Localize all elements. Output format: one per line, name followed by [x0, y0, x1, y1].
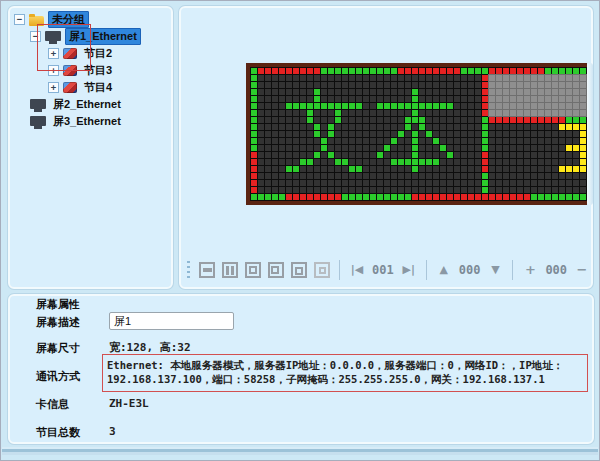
screen-size-label: 屏幕尺寸 [36, 341, 80, 355]
tree-item[interactable]: 屏3_Ethernet [10, 113, 171, 130]
program-icon [63, 82, 77, 93]
monitor-icon [30, 116, 46, 126]
layout-rows-button[interactable] [197, 260, 217, 280]
expand-icon[interactable]: + [48, 48, 59, 59]
folder-icon [29, 16, 44, 26]
preview-vertical-scrollbar[interactable] [587, 63, 593, 205]
layout-columns-button[interactable] [220, 260, 240, 280]
led-display-frame [246, 63, 587, 205]
move-up-button[interactable]: ▲ [434, 260, 454, 280]
tree-item[interactable]: −未分组 [10, 11, 171, 28]
layout-inner-bottom-button[interactable] [289, 260, 309, 280]
expand-icon[interactable]: + [48, 65, 59, 76]
tree-item[interactable]: +节目3 [10, 62, 171, 79]
card-info-label: 卡信息 [36, 397, 69, 411]
layout-inner-bottom-right-button[interactable] [312, 260, 332, 280]
layout-columns-icon [222, 262, 238, 278]
move-counter: 000 [545, 260, 567, 280]
expand-icon[interactable]: + [48, 82, 59, 93]
status-bar [2, 447, 598, 455]
program-icon [63, 48, 77, 59]
layout-inner-bottom-right-icon [314, 262, 330, 278]
toolbar-separator [339, 260, 340, 280]
monitor-icon [45, 31, 61, 41]
move-down-button[interactable]: ▼ [485, 260, 505, 280]
layout-inner-bottom-icon [291, 262, 307, 278]
program-count-label: 节目总数 [36, 425, 80, 439]
layout-rows-icon [199, 262, 215, 278]
preview-toolbar: |◀ 001 ▶| ▲ 000 ▼ + 000 − ⊕ 5 ⊖ [187, 257, 600, 283]
last-program-button[interactable]: ▶| [399, 260, 419, 280]
tree-item-label[interactable]: 节目2 [81, 46, 115, 61]
program-counter: 001 [372, 260, 394, 280]
comm-method-value: Ethernet: 本地服务器模式，服务器IP地址：0.0.0.0，服务器端口：… [107, 358, 583, 386]
layout-inner-center-button[interactable] [243, 260, 263, 280]
tree-item-label[interactable]: 节目3 [81, 63, 115, 78]
program-count-value: 3 [109, 425, 116, 439]
layout-inner-left-button[interactable] [266, 260, 286, 280]
tree-item[interactable]: +节目2 [10, 45, 171, 62]
layout-inner-center-icon [245, 262, 261, 278]
tree-item[interactable]: 屏2_Ethernet [10, 96, 171, 113]
collapse-icon[interactable]: − [30, 31, 41, 42]
screen-properties-panel: 屏幕属性 屏幕描述 屏幕尺寸 宽:128, 高:32 通讯方式 Ethernet… [8, 294, 594, 444]
layout-inner-left-icon [268, 262, 284, 278]
screen-description-label: 屏幕描述 [36, 315, 80, 329]
increase-button[interactable]: + [520, 260, 540, 280]
screen-tree-panel: −未分组−屏1_Ethernet+节目2+节目3+节目4屏2_Ethernet屏… [8, 6, 173, 289]
app-window: −未分组−屏1_Ethernet+节目2+节目3+节目4屏2_Ethernet屏… [0, 0, 600, 461]
tree-item-label[interactable]: 屏3_Ethernet [50, 114, 124, 129]
tree-item-label[interactable]: 节目4 [81, 80, 115, 95]
comm-method-label: 通讯方式 [36, 369, 80, 383]
first-program-button[interactable]: |◀ [347, 260, 367, 280]
tree-item-label[interactable]: 未分组 [48, 11, 89, 28]
preview-panel: |◀ 001 ▶| ▲ 000 ▼ + 000 − ⊕ 5 ⊖ [179, 6, 593, 289]
led-matrix-canvas[interactable] [250, 67, 587, 201]
tree-item[interactable]: −屏1_Ethernet [10, 28, 171, 45]
screen-size-value: 宽:128, 高:32 [109, 341, 191, 355]
screen-description-input[interactable] [109, 312, 234, 330]
properties-title: 屏幕属性 [36, 297, 80, 311]
collapse-icon[interactable]: − [14, 14, 25, 25]
card-info-value: ZH-E3L [109, 397, 149, 411]
tree-item[interactable]: +节目4 [10, 79, 171, 96]
program-icon [63, 65, 77, 76]
screen-tree: −未分组−屏1_Ethernet+节目2+节目3+节目4屏2_Ethernet屏… [10, 11, 171, 130]
toolbar-separator [512, 260, 513, 280]
comm-method-highlight-box: Ethernet: 本地服务器模式，服务器IP地址：0.0.0.0，服务器端口：… [102, 354, 588, 392]
toolbar-grip[interactable] [187, 261, 190, 279]
updown-counter: 000 [459, 260, 481, 280]
tree-item-label[interactable]: 屏1_Ethernet [65, 28, 141, 45]
toolbar-separator [426, 260, 427, 280]
decrease-button[interactable]: − [572, 260, 592, 280]
tree-item-label[interactable]: 屏2_Ethernet [50, 97, 124, 112]
monitor-icon [30, 99, 46, 109]
